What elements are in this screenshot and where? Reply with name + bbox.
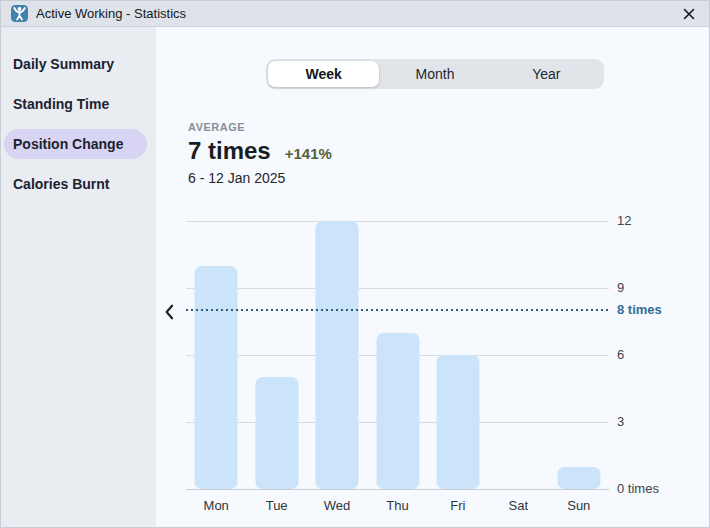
tab-month[interactable]: Month — [379, 61, 490, 87]
average-reference-line — [186, 309, 609, 311]
titlebar: Active Working - Statistics — [1, 1, 709, 27]
window-title: Active Working - Statistics — [36, 6, 186, 21]
stats-heading: AVERAGE — [188, 121, 332, 133]
sidebar: Daily Summary Standing Time Position Cha… — [1, 27, 156, 527]
bar-tue — [255, 377, 298, 489]
previous-period-button[interactable] — [158, 300, 182, 324]
sidebar-item-label: Daily Summary — [13, 56, 114, 72]
sidebar-item-calories-burnt[interactable]: Calories Burnt — [4, 169, 147, 199]
sidebar-item-standing-time[interactable]: Standing Time — [4, 89, 147, 119]
stats-delta-badge: +141% — [285, 145, 332, 162]
gridline-12 — [186, 221, 609, 222]
x-tick-label-mon: Mon — [204, 498, 229, 513]
gridline-9 — [186, 288, 609, 289]
bar-fri — [436, 355, 479, 489]
sidebar-item-position-change[interactable]: Position Change — [4, 129, 147, 159]
stats-average-value: 7 times — [188, 137, 271, 165]
y-tick-label: 0 times — [617, 481, 702, 497]
y-tick-label: 9 — [617, 280, 702, 296]
sidebar-item-label: Calories Burnt — [13, 176, 109, 192]
summary-stats: AVERAGE 7 times +141% 6 - 12 Jan 2025 — [188, 121, 332, 186]
chevron-left-icon — [160, 302, 180, 322]
y-tick-label: 3 — [617, 414, 702, 430]
gridline-0 — [186, 489, 609, 490]
bar-sun — [557, 467, 600, 489]
sidebar-item-daily-summary[interactable]: Daily Summary — [4, 49, 147, 79]
tab-year[interactable]: Year — [491, 61, 602, 87]
app-icon — [11, 5, 28, 22]
bar-wed — [316, 221, 359, 489]
x-tick-label-thu: Thu — [386, 498, 408, 513]
sidebar-item-label: Standing Time — [13, 96, 109, 112]
bar-mon — [195, 266, 238, 489]
stats-date-range: 6 - 12 Jan 2025 — [188, 170, 332, 186]
x-axis-labels: MonTueWedThuFriSatSun — [186, 498, 609, 514]
x-tick-label-sat: Sat — [509, 498, 529, 513]
x-tick-label-fri: Fri — [450, 498, 465, 513]
close-x-glyph — [682, 7, 696, 21]
y-tick-label: 12 — [617, 213, 702, 229]
tab-week[interactable]: Week — [268, 61, 379, 87]
sidebar-item-label: Position Change — [13, 136, 123, 152]
main-panel: Week Month Year AVERAGE 7 times +141% 6 … — [156, 27, 709, 527]
plot-area — [186, 221, 609, 489]
y-tick-label: 6 — [617, 347, 702, 363]
stats-value-row: 7 times +141% — [188, 137, 332, 165]
x-tick-label-wed: Wed — [324, 498, 351, 513]
average-reference-label: 8 times — [617, 302, 702, 318]
app-window: Active Working - Statistics Daily Summar… — [0, 0, 710, 528]
x-tick-label-sun: Sun — [567, 498, 590, 513]
bar-thu — [376, 333, 419, 489]
bar-chart: MonTueWedThuFriSatSun 129630 times8 time… — [186, 221, 706, 528]
close-icon[interactable] — [679, 4, 699, 24]
period-segmented-control: Week Month Year — [266, 59, 604, 89]
x-tick-label-tue: Tue — [266, 498, 288, 513]
